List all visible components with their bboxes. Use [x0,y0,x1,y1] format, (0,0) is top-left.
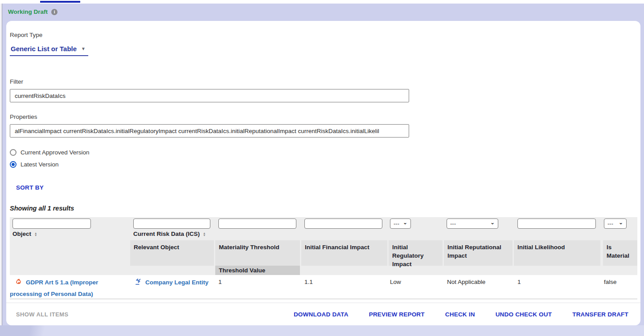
column-filter-materiality-threshold[interactable] [218,219,296,229]
subheader-relevant-object: Relevant Object [130,240,214,266]
subheader-materiality-threshold: Materiality Threshold [215,240,300,266]
column-header-current-risk-data[interactable]: Current Risk Data (ICS) ▲▼ [133,231,206,237]
radio-unselected-icon[interactable] [10,149,16,156]
object-link[interactable]: GDPR Art 5 1.a (Improper processing of P… [10,279,98,297]
chevron-down-icon: ⌄ [490,220,495,225]
subheader-initial-financial-impact: Initial Financial Impact [301,240,387,266]
column-header-label: Object [12,231,31,237]
column-filter-object[interactable] [12,219,91,229]
chevron-down-icon: ▼ [81,46,86,51]
subheader-is-material: Is Material [603,240,637,266]
select-value: --- [450,220,456,227]
sort-icon[interactable]: ▲▼ [203,232,205,236]
cell-initial-reputational-impact: Not Applicable [447,279,485,285]
column-filter-initial-reputational-impact-select[interactable]: --- ⌄ [447,219,498,229]
sort-icon[interactable]: ▲▼ [34,232,37,236]
report-panel: Report Type Generic List or Table ▼ Filt… [6,21,640,325]
download-data-button[interactable]: DOWNLOAD DATA [294,311,349,318]
top-tab-strip [0,0,644,4]
column-filter-is-material-select[interactable]: --- ⌄ [604,219,627,229]
preview-report-button[interactable]: PREVIEW REPORT [369,311,425,318]
transfer-draft-button[interactable]: TRANSFER DRAFT [572,311,628,318]
undo-check-out-button[interactable]: UNDO CHECK OUT [496,311,552,318]
column-filter-initial-likelihood[interactable] [517,219,596,229]
column-filter-relevant-object[interactable] [133,219,210,229]
pane-edge [0,4,2,325]
sort-by-button[interactable]: SORT BY [16,184,44,191]
status-badge: Working Draft [8,8,48,15]
report-type-label: Report Type [10,32,42,38]
chevron-down-icon: ⌄ [619,220,623,225]
filter-label: Filter [10,78,23,85]
status-row: Working Draft i [8,8,57,15]
properties-input[interactable] [10,124,409,138]
cell-is-material: false [604,279,617,285]
check-in-button[interactable]: CHECK IN [445,311,475,318]
info-icon[interactable]: i [51,9,57,15]
page-background-bottom [0,325,644,336]
table-row: GDPR Art 5 1.a (Improper processing of P… [10,275,637,299]
filter-input[interactable] [10,89,409,102]
column-header-label: Current Risk Data (ICS) [133,231,200,237]
radio-current-approved-version[interactable]: Current Approved Version [10,149,90,156]
footer-actions: DOWNLOAD DATA PREVIEW REPORT CHECK IN UN… [294,311,628,318]
cell-initial-financial-impact: 1.1 [304,279,313,285]
column-filter-initial-regulatory-impact-select[interactable]: --- ⌄ [390,219,411,229]
risk-flame-icon [15,278,23,289]
report-type-dropdown[interactable]: Generic List or Table ▼ [11,45,86,53]
subheader-threshold-value: Threshold Value [215,266,300,275]
column-filter-initial-financial-impact[interactable] [304,219,382,229]
subheader-initial-regulatory-impact: Initial Regulatory Impact [389,240,443,266]
subheader-initial-likelihood: Initial Likelihood [514,240,600,266]
radio-selected-icon[interactable] [10,161,16,168]
cell-initial-regulatory-impact: Low [390,279,401,285]
active-tab-indicator [40,1,80,3]
relevant-object-link[interactable]: Company Legal Entity [145,279,209,286]
report-type-underline [10,55,88,56]
properties-label: Properties [10,113,37,120]
select-value: --- [394,220,399,227]
chevron-down-icon: ⌄ [403,220,407,225]
results-table: --- ⌄ --- ⌄ --- ⌄ Object ▲▼ Current Risk… [10,217,637,300]
select-value: --- [607,220,613,227]
footer-action-bar: SHOW ALL ITEMS DOWNLOAD DATA PREVIEW REP… [6,303,640,325]
radio-latest-version[interactable]: Latest Version [10,161,59,168]
results-summary: Showing all 1 results [10,205,74,212]
cell-threshold-value: 1 [218,279,222,285]
show-all-items-button[interactable]: SHOW ALL ITEMS [16,311,69,318]
cell-object: GDPR Art 5 1.a (Improper processing of P… [10,277,127,299]
radio-label: Latest Version [21,161,59,168]
legal-entity-gavel-icon [135,278,142,289]
column-header-object[interactable]: Object ▲▼ [12,231,37,237]
radio-label: Current Approved Version [21,149,90,156]
report-type-value: Generic List or Table [11,45,77,53]
cell-initial-likelihood: 1 [517,279,521,285]
cell-relevant-object: Company Legal Entity [135,277,217,289]
subheader-initial-reputational-impact: Initial Reputational Impact [444,240,513,266]
